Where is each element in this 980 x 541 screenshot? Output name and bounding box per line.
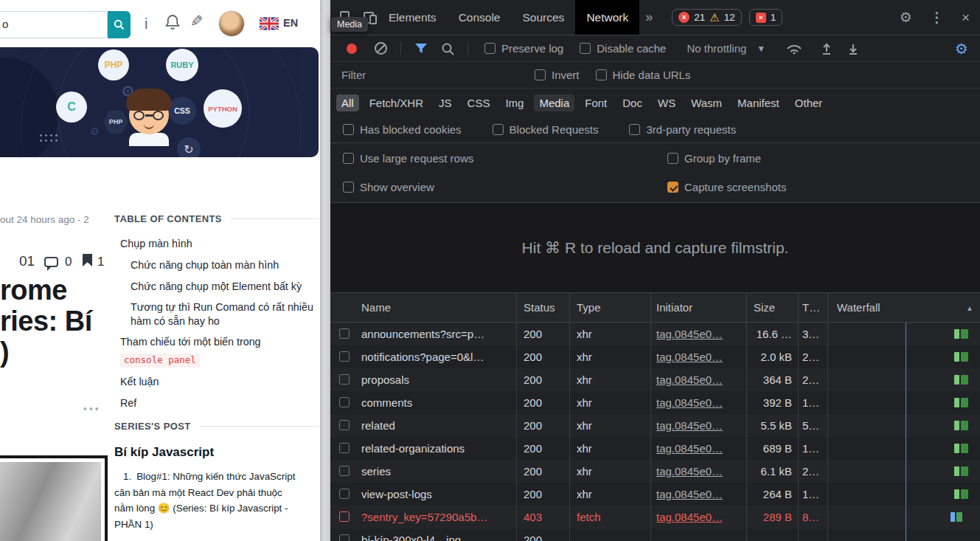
filter-chip-media[interactable]: Media [534,94,574,111]
request-initiator-link[interactable]: tag.0845e0… [656,368,741,391]
request-initiator-link[interactable]: tag.0845e0… [656,414,741,437]
group-by-frame-group[interactable]: Group by frame [667,152,761,165]
info-icon[interactable]: i [145,15,147,32]
toc-item[interactable]: Tham chiếu tới một biến trong console pa… [114,335,319,367]
request-checkbox[interactable] [339,351,350,362]
devtools-menu-kebab-icon[interactable]: ⋮ [930,9,944,26]
filter-chip-other[interactable]: Other [790,94,828,111]
filter-chip-css[interactable]: CSS [462,94,496,111]
record-network-log-button[interactable] [347,44,357,54]
disable-cache-checkbox-group[interactable]: Disable cache [580,42,666,55]
series-post-link[interactable]: 2.Blog#2: Bí kíp về mảng trong [114,537,303,541]
network-request-row[interactable]: comments 200 xhr tag.0845e0… 392 B 1… [330,391,980,414]
request-checkbox[interactable] [339,534,350,541]
network-settings-gear-icon[interactable]: ⚙ [955,40,968,58]
group-by-frame-checkbox[interactable] [667,153,678,164]
blocked-requests-checkbox[interactable] [493,124,504,135]
devtools-dock-divider[interactable] [320,0,330,541]
hide-data-urls-checkbox-group[interactable]: Hide data URLs [596,69,691,81]
column-header-time[interactable]: T… [802,293,820,323]
toc-item[interactable]: Ref [114,396,319,410]
clear-network-log-icon[interactable] [375,42,387,55]
request-initiator-link[interactable]: … [656,528,741,541]
preserve-log-checkbox-group[interactable]: Preserve log [484,42,563,55]
search-input[interactable]: o [0,11,108,38]
request-initiator-link[interactable]: tag.0845e0… [656,506,741,528]
import-har-icon[interactable] [820,42,833,55]
toc-item[interactable]: Chụp màn hình [114,237,319,251]
request-checkbox[interactable] [339,443,350,453]
filter-chip-wasm[interactable]: Wasm [686,94,727,111]
search-network-icon[interactable] [441,42,454,55]
request-checkbox[interactable] [339,420,350,430]
column-header-status[interactable]: Status [524,293,555,323]
filter-chip-js[interactable]: JS [434,94,457,111]
network-request-row[interactable]: announcements?src=p… 200 xhr tag.0845e0…… [330,323,980,345]
request-initiator-link[interactable]: tag.0845e0… [656,391,741,414]
third-party-requests-group[interactable]: 3rd-party requests [629,123,736,136]
network-request-row-partial[interactable]: bí-kíp-300x0-l4…jpg 200 … … … … [330,528,980,541]
request-checkbox[interactable] [339,397,350,407]
network-filter-input[interactable]: Filter [341,69,518,81]
request-initiator-link[interactable]: tag.0845e0… [656,345,741,368]
series-post-link[interactable]: 1.Blog#1: Những kiến thức JavaScript căn… [114,469,303,533]
request-initiator-link[interactable]: tag.0845e0… [656,483,741,506]
network-request-row[interactable]: related 200 xhr tag.0845e0… 5.5 kB 5… [330,414,980,437]
bookmark-icon[interactable] [83,254,92,266]
network-conditions-icon[interactable] [786,42,802,55]
tab-network[interactable]: Network [575,0,639,35]
disable-cache-checkbox[interactable] [580,43,591,54]
filter-chip-ws[interactable]: WS [653,94,681,111]
column-header-name[interactable]: Name [361,293,391,323]
use-large-rows-checkbox[interactable] [343,153,354,164]
capture-screenshots-checkbox[interactable] [667,182,678,193]
toc-item[interactable]: Kết luận [114,375,319,389]
issues-badge[interactable]: × 21 ⚠ 12 [672,9,742,26]
tab-console[interactable]: Console [448,0,512,35]
filter-chip-fetch-xhr[interactable]: Fetch/XHR [364,94,428,111]
sort-ascending-icon[interactable]: ▲ [966,304,973,312]
has-blocked-cookies-group[interactable]: Has blocked cookies [343,123,462,136]
filter-chip-all[interactable]: All [336,94,359,111]
throttling-dropdown[interactable]: No throttling ▼ [687,42,765,55]
filter-chip-doc[interactable]: Doc [617,94,647,111]
invert-checkbox-group[interactable]: Invert [535,69,580,81]
hide-data-urls-checkbox[interactable] [596,69,607,80]
language-label[interactable]: EN [283,17,298,29]
toc-item[interactable]: Chức năng chụp một Element bất kỳ [114,280,319,294]
show-overview-group[interactable]: Show overview [343,181,434,193]
column-header-type[interactable]: Type [577,293,601,323]
third-party-requests-checkbox[interactable] [629,124,640,135]
invert-checkbox[interactable] [535,69,546,80]
column-header-initiator[interactable]: Initiator [656,293,692,323]
uk-flag-icon[interactable] [260,17,279,30]
show-overview-checkbox[interactable] [343,182,354,193]
capture-screenshots-group[interactable]: Capture screenshots [667,181,786,193]
network-request-row[interactable]: related-organizations 200 xhr tag.0845e0… [330,437,980,460]
network-request-row[interactable]: notifications?page=0&l… 200 xhr tag.0845… [330,345,980,368]
export-har-icon[interactable] [847,42,860,55]
request-checkbox[interactable] [339,489,350,499]
request-initiator-link[interactable]: tag.0845e0… [656,437,741,460]
request-checkbox[interactable] [339,374,350,385]
filter-funnel-icon[interactable] [414,43,428,55]
series-title[interactable]: Bí kíp Javascript [114,445,319,460]
request-initiator-link[interactable]: tag.0845e0… [656,323,741,345]
column-header-waterfall[interactable]: Waterfall [837,293,880,323]
toc-item[interactable]: Tương tự thì Run Comand có rất nhiều hàm… [114,300,319,329]
network-request-row[interactable]: proposals 200 xhr tag.0845e0… 364 B 2… [330,368,980,391]
request-checkbox[interactable] [339,466,350,476]
comment-icon[interactable] [44,257,58,267]
more-tabs-chevron[interactable]: » [645,10,653,25]
preserve-log-checkbox[interactable] [484,43,496,54]
user-avatar[interactable] [218,10,245,37]
column-header-size[interactable]: Size [754,293,775,323]
devtools-settings-gear-icon[interactable]: ⚙ [900,9,912,26]
devtools-close-icon[interactable]: × [962,10,970,26]
filter-chip-manifest[interactable]: Manifest [732,94,785,111]
network-request-row-failed[interactable]: ?sentry_key=57290a5b… 403 fetch tag.0845… [330,506,980,528]
tab-sources[interactable]: Sources [512,0,576,35]
request-initiator-link[interactable]: tag.0845e0… [656,460,741,483]
use-large-rows-group[interactable]: Use large request rows [343,152,473,165]
blocked-requests-group[interactable]: Blocked Requests [493,123,599,136]
